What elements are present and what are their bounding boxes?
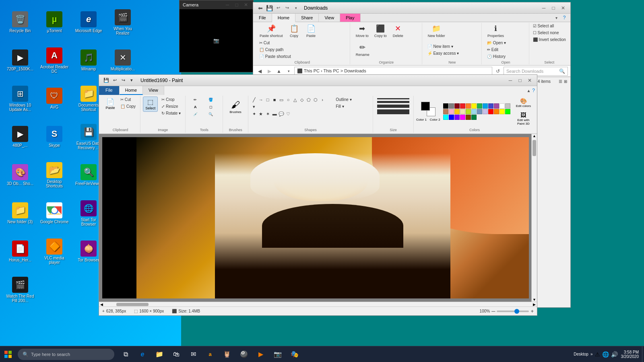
ribbon-cut-button[interactable]: ✂ Cut — [257, 40, 293, 46]
camera-maximize-button[interactable]: □ — [233, 1, 241, 9]
color-swatch[interactable] — [466, 115, 471, 120]
ribbon-select-none-button[interactable]: ☐ Select none — [531, 30, 568, 36]
color-swatch[interactable] — [449, 115, 454, 120]
color-1-swatch[interactable] — [421, 102, 430, 111]
paint-paste-button[interactable]: 📄 Paste — [103, 97, 118, 111]
desktop-icon-vlc[interactable]: 🔶 VLC media player — [38, 233, 70, 269]
color-swatch[interactable] — [500, 109, 505, 114]
ribbon-copy-path-button[interactable]: 📋 Copy path — [257, 47, 293, 53]
size-option-1[interactable] — [377, 98, 409, 99]
desktop-icon-3d-object[interactable]: 🎨 3D Ob... Sho... — [4, 157, 36, 193]
explorer-close-button[interactable]: ✕ — [559, 4, 567, 12]
color-swatch[interactable] — [449, 103, 454, 109]
shape-rounded-rect2[interactable]: ▬ — [271, 111, 278, 117]
taskbar-task-view[interactable]: ⧉ — [118, 347, 134, 362]
shape-pentagon[interactable]: ⬠ — [305, 97, 312, 103]
ribbon-delete-button[interactable]: ✕ Delete — [390, 23, 406, 39]
ribbon-paste-button[interactable]: 📄 Paste — [303, 23, 319, 39]
color-swatch[interactable] — [460, 109, 465, 114]
color-swatch[interactable] — [483, 109, 488, 114]
desktop-icon-skype[interactable]: S Skype — [38, 119, 70, 155]
desktop-icon-avg[interactable]: 🛡 AVG — [38, 80, 70, 117]
tiles-view-button[interactable]: ⊞ — [564, 79, 567, 84]
paint-undo-button[interactable]: ↩ — [111, 76, 119, 84]
shape-chevron[interactable]: › — [319, 97, 326, 103]
edit-colors-button[interactable]: 🎨 Edit colors — [514, 97, 533, 109]
shape-callout[interactable]: 💬 — [278, 111, 285, 117]
desktop-icon-720p[interactable]: ▶ 720P_1500K... — [4, 42, 36, 78]
taskbar-clock[interactable]: 3:58 PM 3/20/2020 — [618, 350, 642, 359]
taskbar-show-desktop[interactable] — [642, 346, 644, 362]
color-swatch[interactable] — [454, 109, 460, 114]
desktop-icon-utorrent[interactable]: µ µTorrent — [38, 4, 70, 40]
color-swatch[interactable] — [494, 103, 499, 109]
explorer-minimize-button[interactable]: ─ — [540, 4, 548, 12]
desktop-icon-edge[interactable]: e Microsoft Edge — [72, 4, 105, 40]
desktop-icon-acrobat[interactable]: A Acrobat Reader DC — [38, 42, 70, 78]
fill-dropdown[interactable]: Fill ▾ — [334, 103, 353, 109]
list-view-button[interactable]: ☰ — [559, 79, 562, 84]
explorer-maximize-button[interactable]: □ — [549, 4, 557, 12]
tool-eraser[interactable]: ◻ — [203, 104, 218, 110]
ribbon-easy-access-button[interactable]: ⚡ Easy access ▾ — [425, 50, 461, 56]
color-swatch[interactable] — [460, 115, 465, 120]
shape-filled-rect[interactable]: ■ — [271, 97, 278, 103]
paint-maximize-button[interactable]: □ — [516, 76, 524, 84]
explorer-save-quick[interactable]: 💾 — [265, 4, 273, 12]
explorer-redo-quick[interactable]: ↪ — [283, 4, 291, 12]
color-swatch[interactable] — [488, 109, 493, 114]
canvas-vscrollbar-thumb[interactable] — [533, 140, 536, 156]
desktop-icon-recycle-bin[interactable]: 🗑️ Recycle Bin — [4, 4, 36, 40]
taskbar-last-app[interactable]: 🎭 — [287, 347, 303, 362]
ribbon-copy-button[interactable]: 📋 Copy — [286, 23, 302, 39]
tool-fill[interactable]: 🪣 — [203, 97, 218, 103]
color-swatch[interactable] — [471, 103, 477, 109]
paint-ribbon-collapse[interactable]: ▲ — [526, 88, 530, 93]
color-swatch[interactable] — [460, 103, 465, 109]
zoom-track[interactable] — [497, 311, 529, 312]
paint-tab-file[interactable]: File — [99, 86, 120, 95]
paint-copy-button[interactable]: 📋 Copy — [118, 103, 138, 109]
desktop-icon-windows10[interactable]: ⊞ Windows 10 Update As... — [4, 80, 36, 117]
taskbar-search[interactable]: 🔍 Type here to search — [18, 349, 114, 360]
ribbon-tab-play[interactable]: Play — [340, 14, 360, 22]
color-swatch[interactable] — [443, 103, 448, 109]
ribbon-new-folder-button[interactable]: 📁 New folder — [425, 23, 448, 39]
color-swatch[interactable] — [443, 115, 448, 120]
color-swatch[interactable] — [477, 103, 482, 109]
size-option-3[interactable] — [377, 105, 409, 108]
edit-with-paint3d-button[interactable]: 🖼 Edit with Paint 3D — [514, 111, 533, 127]
paint-cut-button[interactable]: ✂ Cut — [118, 97, 138, 103]
paint-close-button[interactable]: ✕ — [526, 76, 534, 84]
ribbon-tab-home[interactable]: Home — [272, 14, 295, 22]
zoom-out-button[interactable]: ─ — [491, 308, 495, 314]
color-swatch[interactable] — [505, 109, 510, 114]
taskbar-amazon[interactable]: a — [202, 347, 218, 362]
shape-triangle[interactable]: △ — [292, 97, 298, 103]
shape-star4[interactable]: ✦ — [251, 111, 257, 117]
taskbar-edge[interactable]: e — [134, 347, 151, 362]
canvas-hscrollbar[interactable]: ◀ ▶ — [99, 302, 537, 306]
explorer-undo-quick[interactable]: ↩ — [274, 4, 282, 12]
color-swatch[interactable] — [505, 103, 510, 109]
desktop-icon-480p[interactable]: ▶ 480P_... — [4, 119, 36, 155]
ribbon-edit-button[interactable]: ✏ Edit — [485, 47, 508, 53]
ribbon-paste-shortcut-button[interactable]: 📄 Paste shortcut — [257, 53, 293, 60]
desktop-icon-horus[interactable]: 📄 Horus_Her... — [4, 233, 36, 269]
tool-pencil[interactable]: ✏ — [188, 97, 202, 103]
paint-save-button[interactable]: 💾 — [102, 76, 110, 84]
color-swatch[interactable] — [477, 109, 482, 114]
ribbon-new-item-button[interactable]: 📄 New item ▾ — [425, 43, 461, 49]
color-swatch[interactable] — [488, 103, 493, 109]
paint-tab-home[interactable]: Home — [120, 86, 143, 95]
color-swatch[interactable] — [483, 103, 488, 109]
zoom-in-button[interactable]: + — [530, 308, 534, 314]
paint-customize-button[interactable]: ▾ — [128, 76, 136, 84]
desktop-icon-when-you-realize[interactable]: 🎬 When You Realize — [107, 4, 139, 40]
nav-refresh-button[interactable]: ↺ — [494, 67, 502, 75]
ribbon-select-all-button[interactable]: ☑ Select all — [531, 23, 568, 29]
ribbon-history-button[interactable]: 🕐 History — [485, 53, 508, 60]
nav-forward-button[interactable]: ▶ — [265, 67, 273, 75]
color-swatch[interactable] — [454, 115, 460, 120]
camera-minimize-button[interactable]: ─ — [223, 1, 231, 9]
